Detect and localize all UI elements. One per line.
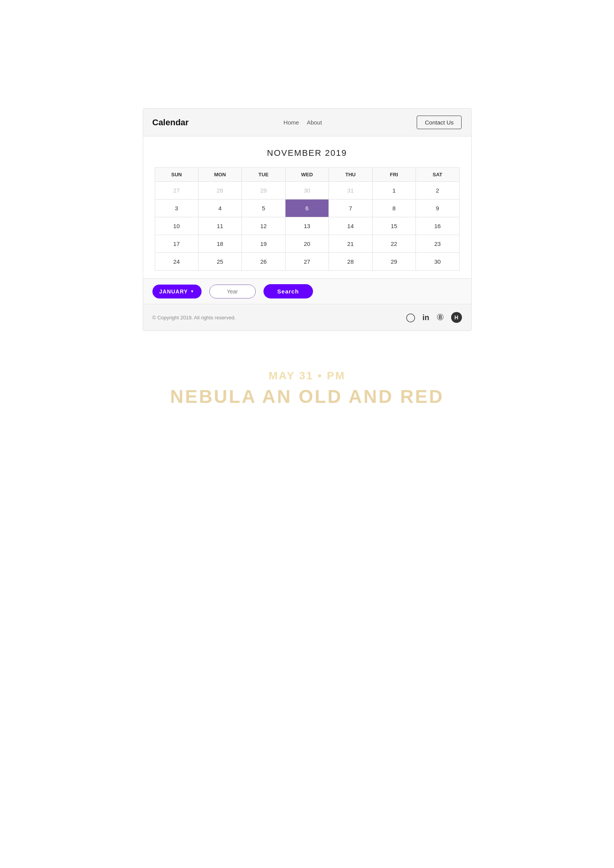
nav-home[interactable]: Home xyxy=(284,119,299,126)
table-row: 272829303112 xyxy=(155,182,459,200)
calendar-day[interactable]: 9 xyxy=(416,200,459,217)
calendar-day[interactable]: 3 xyxy=(155,200,198,217)
calendar-day[interactable]: 30 xyxy=(416,253,459,271)
day-header-tue: TUE xyxy=(242,168,285,182)
calendar-table: SUNMONTUEWEDTHUFRISAT 272829303112345678… xyxy=(155,167,460,271)
day-header-mon: MON xyxy=(198,168,241,182)
calendar-day[interactable]: 27 xyxy=(285,253,328,271)
calendar-day[interactable]: 30 xyxy=(285,182,328,200)
bottom-section: MAY 31 • PM NEBULA AN OLD AND RED xyxy=(39,370,575,407)
calendar-day[interactable]: 11 xyxy=(198,217,241,235)
year-input[interactable] xyxy=(209,285,256,298)
calendar-day[interactable]: 13 xyxy=(285,217,328,235)
day-header-thu: THU xyxy=(329,168,372,182)
calendar-day[interactable]: 19 xyxy=(242,235,285,253)
calendar-day[interactable]: 29 xyxy=(372,253,416,271)
copyright-text: © Copyright 2019. All rights reserved. xyxy=(152,315,236,321)
calendar-card: Calendar Home About Contact Us NOVEMBER … xyxy=(143,108,472,331)
calendar-day[interactable]: 25 xyxy=(198,253,241,271)
day-header-sat: SAT xyxy=(416,168,459,182)
calendar-day[interactable]: 26 xyxy=(242,253,285,271)
day-header-wed: WED xyxy=(285,168,328,182)
calendar-day[interactable]: 21 xyxy=(329,235,372,253)
calendar-body: NOVEMBER 2019 SUNMONTUEWEDTHUFRISAT 2728… xyxy=(143,136,471,278)
calendar-day[interactable]: 6 xyxy=(285,200,328,217)
calendar-day[interactable]: 4 xyxy=(198,200,241,217)
calendar-day[interactable]: 18 xyxy=(198,235,241,253)
footer: © Copyright 2019. All rights reserved. ◯… xyxy=(143,304,471,331)
calendar-day[interactable]: 15 xyxy=(372,217,416,235)
calendar-day[interactable]: 2 xyxy=(416,182,459,200)
calendar-controls: JANUARY ▼ Search xyxy=(143,278,471,304)
dropdown-arrow-icon: ▼ xyxy=(190,289,195,293)
hackerrank-icon[interactable]: H xyxy=(451,312,462,323)
social-icons: ◯ in ⑧ H xyxy=(406,312,462,323)
calendar-day[interactable]: 1 xyxy=(372,182,416,200)
month-select-button[interactable]: JANUARY ▼ xyxy=(152,285,202,298)
calendar-day[interactable]: 27 xyxy=(155,182,198,200)
search-button[interactable]: Search xyxy=(263,284,313,298)
bottom-line1: MAY 31 • PM xyxy=(70,370,544,382)
table-row: 24252627282930 xyxy=(155,253,459,271)
calendar-day[interactable]: 24 xyxy=(155,253,198,271)
calendar-weeks: 2728293031123456789101112131415161718192… xyxy=(155,182,459,271)
calendar-day[interactable]: 10 xyxy=(155,217,198,235)
navbar: Calendar Home About Contact Us xyxy=(143,109,471,136)
calendar-day[interactable]: 29 xyxy=(242,182,285,200)
nav-about[interactable]: About xyxy=(307,119,322,126)
day-header-fri: FRI xyxy=(372,168,416,182)
calendar-title: NOVEMBER 2019 xyxy=(155,148,460,158)
calendar-day[interactable]: 23 xyxy=(416,235,459,253)
calendar-day[interactable]: 20 xyxy=(285,235,328,253)
calendar-day[interactable]: 17 xyxy=(155,235,198,253)
calendar-day[interactable]: 8 xyxy=(372,200,416,217)
instagram-icon[interactable]: ◯ xyxy=(406,312,416,322)
linkedin-icon[interactable]: in xyxy=(422,313,429,322)
calendar-day[interactable]: 5 xyxy=(242,200,285,217)
day-header-sun: SUN xyxy=(155,168,198,182)
calendar-day[interactable]: 28 xyxy=(198,182,241,200)
table-row: 10111213141516 xyxy=(155,217,459,235)
github-icon[interactable]: ⑧ xyxy=(436,312,444,322)
table-row: 3456789 xyxy=(155,200,459,217)
table-row: 17181920212223 xyxy=(155,235,459,253)
brand-logo: Calendar xyxy=(152,118,189,128)
calendar-day[interactable]: 22 xyxy=(372,235,416,253)
calendar-day[interactable]: 14 xyxy=(329,217,372,235)
contact-us-button[interactable]: Contact Us xyxy=(417,116,462,129)
days-header-row: SUNMONTUEWEDTHUFRISAT xyxy=(155,168,459,182)
nav-links: Home About xyxy=(284,119,322,126)
calendar-day[interactable]: 28 xyxy=(329,253,372,271)
calendar-day[interactable]: 31 xyxy=(329,182,372,200)
bottom-line2: NEBULA AN OLD AND RED xyxy=(70,386,544,407)
calendar-day[interactable]: 7 xyxy=(329,200,372,217)
calendar-day[interactable]: 12 xyxy=(242,217,285,235)
calendar-day[interactable]: 16 xyxy=(416,217,459,235)
